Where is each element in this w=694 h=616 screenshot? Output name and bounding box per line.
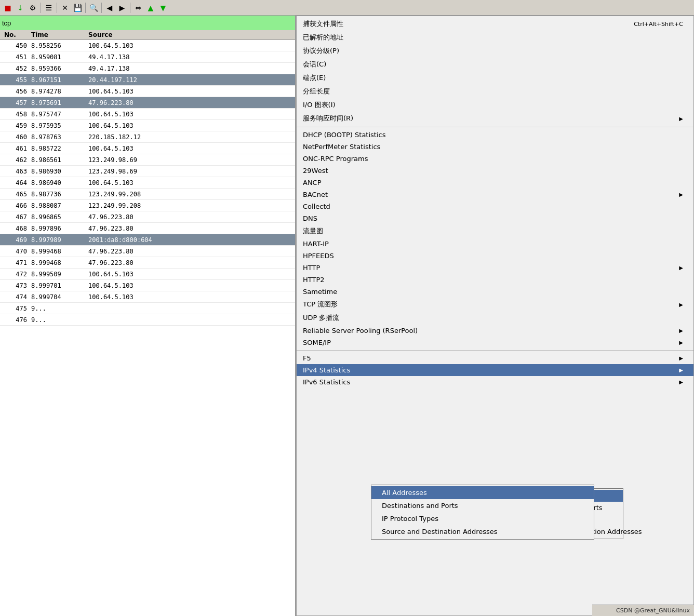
packet-row[interactable]: 465 8.987736 123.249.99.208 [0, 189, 295, 200]
menu-item[interactable]: 已解析的地址 [297, 31, 693, 44]
menu-item[interactable]: HART-IP [297, 238, 693, 250]
menu-item[interactable]: IPv6 Statistics▶ [297, 376, 693, 388]
flyout-item[interactable]: Source and Destination Addresses [371, 525, 594, 538]
menu-item[interactable]: SOME/IP▶ [297, 337, 693, 349]
menu-item[interactable]: DNS [297, 212, 693, 224]
menu-item[interactable]: ANCP [297, 177, 693, 189]
menu-item[interactable]: Reliable Server Pooling (RSerPool)▶ [297, 325, 693, 337]
packet-source: 100.64.5.103 [88, 293, 192, 301]
packet-source: 47.96.223.80 [88, 213, 192, 221]
packet-row[interactable]: 473 8.999701 100.64.5.103 [0, 280, 295, 291]
packet-time: 8.975935 [31, 122, 88, 129]
menu-item[interactable]: TCP 流图形▶ [297, 298, 693, 311]
filter-input[interactable] [2, 19, 294, 27]
submenu-arrow: ▶ [679, 340, 683, 345]
menu-item[interactable]: HTTP2 [297, 274, 693, 286]
menu-item[interactable]: 端点(E) [297, 71, 693, 85]
delete-icon[interactable]: ✕ [59, 2, 71, 14]
menu-item[interactable]: HTTP▶ [297, 262, 693, 274]
packet-source: 2001:da8:d800:604 [88, 236, 192, 244]
menu-item-label: 端点(E) [303, 73, 683, 83]
save-icon[interactable]: 💾 [72, 2, 83, 14]
packet-row[interactable]: 450 8.958256 100.64.5.103 [0, 40, 295, 51]
packet-time: 8.958256 [31, 42, 88, 49]
menu-item-label: Collectd [303, 203, 683, 210]
expand-icon[interactable]: ⇔ [132, 2, 144, 14]
packet-row[interactable]: 475 9... [0, 303, 295, 314]
menu-item[interactable]: UDP 多播流 [297, 311, 693, 325]
packet-row[interactable]: 471 8.999468 47.96.223.80 [0, 257, 295, 269]
down-icon[interactable]: ▼ [157, 2, 169, 14]
packet-number: 464 [0, 179, 31, 186]
packet-row[interactable]: 460 8.978763 220.185.182.12 [0, 131, 295, 143]
packet-row[interactable]: 452 8.959366 49.4.17.138 [0, 63, 295, 74]
packet-row[interactable]: 461 8.985722 100.64.5.103 [0, 143, 295, 154]
flyout-item[interactable]: IP Protocol Types [371, 512, 594, 525]
menu-item[interactable]: BACnet▶ [297, 189, 693, 200]
packet-time: 8.959081 [31, 53, 88, 61]
packet-row[interactable]: 469 8.997989 2001:da8:d800:604 [0, 234, 295, 246]
packet-source: 49.4.17.138 [88, 65, 192, 72]
packet-source: 100.64.5.103 [88, 145, 192, 152]
flyout-item-label: Destinations and Ports [382, 502, 458, 510]
packet-number: 468 [0, 225, 31, 232]
menu-item[interactable]: 29West [297, 165, 693, 177]
up-icon[interactable]: ▲ [145, 2, 156, 14]
menu-item[interactable]: 服务响应时间(R)▶ [297, 112, 693, 125]
packet-number: 459 [0, 122, 31, 129]
menu-item[interactable]: Sametime [297, 286, 693, 298]
menu-item[interactable]: 会话(C) [297, 58, 693, 71]
menu-item[interactable]: HPFEEDS [297, 250, 693, 262]
packet-row[interactable]: 451 8.959081 49.4.17.138 [0, 51, 295, 63]
stop-icon[interactable]: ■ [2, 2, 14, 14]
packet-number: 470 [0, 248, 31, 255]
packet-time: 8.986940 [31, 179, 88, 186]
packet-row[interactable]: 459 8.975935 100.64.5.103 [0, 120, 295, 131]
packet-header: No. Time Source [0, 30, 295, 40]
details-icon[interactable]: ☰ [43, 2, 55, 14]
packet-number: 457 [0, 99, 31, 106]
autoscroll-icon[interactable]: ↓ [15, 2, 26, 14]
packet-row[interactable]: 458 8.975747 100.64.5.103 [0, 109, 295, 120]
menu-item-label: TCP 流图形 [303, 300, 675, 309]
forward-icon[interactable]: ▶ [116, 2, 128, 14]
packet-source: 47.96.223.80 [88, 225, 192, 232]
flyout-item[interactable]: Destinations and Ports [371, 499, 594, 512]
packet-row[interactable]: 457 8.975691 47.96.223.80 [0, 97, 295, 109]
menu-item-label: HTTP2 [303, 276, 683, 284]
packet-row[interactable]: 464 8.986940 100.64.5.103 [0, 177, 295, 189]
menu-item[interactable]: DHCP (BOOTP) Statistics [297, 129, 693, 141]
packet-row[interactable]: 463 8.986930 123.249.98.69 [0, 166, 295, 177]
submenu-arrow: ▶ [679, 192, 683, 197]
menu-item[interactable]: 分组长度 [297, 85, 693, 98]
packet-row[interactable]: 466 8.988087 123.249.99.208 [0, 200, 295, 211]
menu-item[interactable]: 协议分级(P) [297, 44, 693, 58]
packet-row[interactable]: 474 8.999704 100.64.5.103 [0, 291, 295, 303]
menu-item[interactable]: ONC-RPC Programs [297, 153, 693, 165]
menu-item[interactable]: NetPerfMeter Statistics [297, 141, 693, 153]
packet-source: 220.185.182.12 [88, 133, 192, 141]
packet-row[interactable]: 462 8.986561 123.249.98.69 [0, 154, 295, 166]
menu-item[interactable]: 流量图 [297, 224, 693, 238]
menu-item[interactable]: Collectd [297, 200, 693, 212]
packet-time: 8.985722 [31, 145, 88, 152]
flyout-item[interactable]: All Addresses [371, 486, 594, 499]
packet-number: 451 [0, 53, 31, 61]
menu-item[interactable]: 捕获文件属性Ctrl+Alt+Shift+C [297, 17, 693, 31]
menu-item[interactable]: I/O 图表(I) [297, 98, 693, 112]
settings-icon[interactable]: ⚙ [27, 2, 38, 14]
packet-row[interactable]: 470 8.999468 47.96.223.80 [0, 246, 295, 257]
back-icon[interactable]: ◀ [104, 2, 115, 14]
col-num-header: No. [0, 31, 31, 38]
packet-row[interactable]: 467 8.996865 47.96.223.80 [0, 211, 295, 223]
packet-row[interactable]: 472 8.999509 100.64.5.103 [0, 269, 295, 280]
search-icon[interactable]: 🔍 [88, 2, 99, 14]
packet-row[interactable]: 456 8.974278 100.64.5.103 [0, 86, 295, 97]
packet-row[interactable]: 455 8.967151 20.44.197.112 [0, 74, 295, 86]
packet-row[interactable]: 468 8.997896 47.96.223.80 [0, 223, 295, 234]
menu-item[interactable]: IPv4 Statistics▶ [297, 364, 693, 376]
menu-item[interactable]: F5▶ [297, 352, 693, 364]
packet-row[interactable]: 476 9... [0, 314, 295, 326]
packet-source: 100.64.5.103 [88, 179, 192, 186]
packet-time: 8.978763 [31, 133, 88, 141]
